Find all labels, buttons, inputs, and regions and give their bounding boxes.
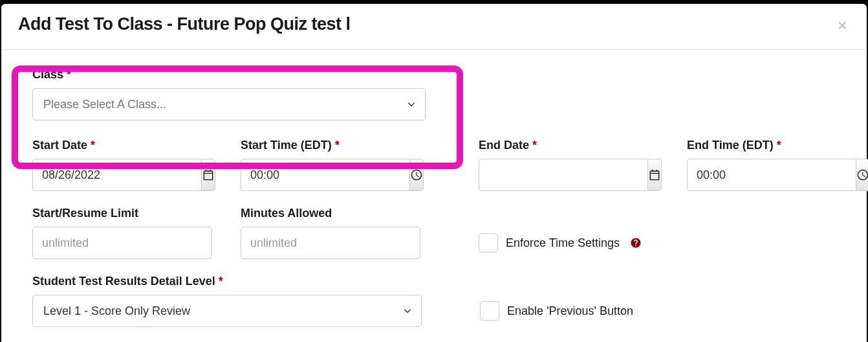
detail-row: Student Test Results Detail Level * Leve… xyxy=(32,275,850,327)
start-date-label-text: Start Date xyxy=(32,139,87,152)
start-time-input[interactable] xyxy=(241,159,409,191)
enable-previous-label: Enable 'Previous' Button xyxy=(507,304,633,318)
date-time-row: Start Date * Start Time (EDT) * xyxy=(32,139,850,191)
close-icon[interactable]: × xyxy=(835,14,850,36)
start-resume-input[interactable] xyxy=(32,227,212,259)
end-time-input[interactable] xyxy=(687,159,856,191)
required-asterisk: * xyxy=(335,139,340,152)
class-select-placeholder: Please Select A Class... xyxy=(33,98,398,111)
end-time-group: End Time (EDT) * xyxy=(687,139,867,191)
detail-level-value: Level 1 - Score Only Review xyxy=(33,304,394,318)
end-time-input-group xyxy=(687,159,867,191)
class-label: Class * xyxy=(32,68,426,82)
detail-level-label-text: Student Test Results Detail Level xyxy=(32,275,215,288)
start-date-input-group xyxy=(32,159,212,191)
required-asterisk: * xyxy=(91,139,95,152)
detail-level-select[interactable]: Level 1 - Score Only Review xyxy=(32,295,422,327)
end-time-label-text: End Time (EDT) xyxy=(687,139,774,152)
modal-body: Class * Please Select A Class... Start D… xyxy=(1,50,867,327)
end-date-input-group xyxy=(479,159,658,191)
add-test-modal: Add Test To Class - Future Pop Quiz test… xyxy=(1,4,867,342)
required-asterisk: * xyxy=(777,139,781,152)
help-icon[interactable] xyxy=(630,237,642,249)
end-date-group: End Date * xyxy=(479,139,658,191)
start-time-label: Start Time (EDT) * xyxy=(241,139,420,152)
enable-previous-group: Enable 'Previous' Button xyxy=(480,295,633,327)
required-asterisk: * xyxy=(532,139,537,152)
start-resume-label: Start/Resume Limit xyxy=(32,207,212,220)
required-asterisk: * xyxy=(67,68,71,81)
class-select[interactable]: Please Select A Class... xyxy=(32,88,426,120)
class-field-group: Class * Please Select A Class... xyxy=(32,68,426,120)
class-label-text: Class xyxy=(32,68,63,81)
enforce-time-group: Enforce Time Settings xyxy=(479,227,642,259)
enforce-time-label: Enforce Time Settings xyxy=(506,236,620,250)
start-date-group: Start Date * xyxy=(32,139,212,191)
start-time-input-group xyxy=(241,159,420,191)
end-date-label-text: End Date xyxy=(479,139,529,152)
end-date-input[interactable] xyxy=(479,159,647,191)
minutes-allowed-label: Minutes Allowed xyxy=(241,207,420,220)
calendar-icon[interactable] xyxy=(201,159,215,191)
clock-icon[interactable] xyxy=(856,159,868,191)
start-date-input[interactable] xyxy=(32,159,201,191)
start-time-group: Start Time (EDT) * xyxy=(241,139,420,191)
enforce-time-checkbox[interactable] xyxy=(479,233,498,253)
clock-icon[interactable] xyxy=(409,159,424,191)
end-time-label: End Time (EDT) * xyxy=(687,139,867,152)
modal-title: Add Test To Class - Future Pop Quiz test… xyxy=(18,14,351,34)
end-date-label: End Date * xyxy=(479,139,658,152)
enable-previous-checkbox[interactable] xyxy=(480,301,499,321)
calendar-icon[interactable] xyxy=(647,159,662,191)
chevron-down-icon xyxy=(398,98,425,110)
start-resume-group: Start/Resume Limit xyxy=(32,207,212,259)
modal-header: Add Test To Class - Future Pop Quiz test… xyxy=(1,4,867,50)
start-time-label-text: Start Time (EDT) xyxy=(241,139,332,152)
minutes-allowed-group: Minutes Allowed xyxy=(241,207,420,259)
chevron-down-icon xyxy=(394,305,421,317)
detail-level-group: Student Test Results Detail Level * Leve… xyxy=(32,275,422,327)
start-date-label: Start Date * xyxy=(32,139,212,152)
minutes-allowed-input[interactable] xyxy=(241,227,420,259)
detail-level-label: Student Test Results Detail Level * xyxy=(32,275,422,288)
limits-row: Start/Resume Limit Minutes Allowed Enfor… xyxy=(32,207,850,259)
required-asterisk: * xyxy=(219,275,223,288)
